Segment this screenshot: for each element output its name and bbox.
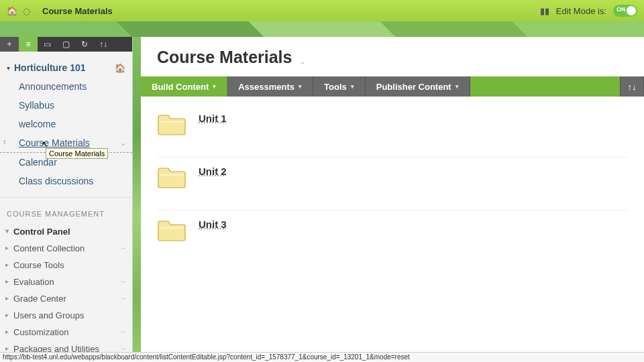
sidebar-item-welcome[interactable]: welcome bbox=[0, 115, 132, 133]
folder-icon bbox=[157, 113, 186, 135]
chevron-right-icon: ▸ bbox=[5, 244, 9, 251]
globe-icon[interactable]: ◌ bbox=[23, 6, 30, 16]
item-options-icon[interactable]: ⌄ bbox=[120, 138, 127, 147]
publisher-content-button[interactable]: Publisher Content ▾ bbox=[366, 76, 470, 97]
chevron-down-icon: ▾ bbox=[351, 83, 354, 90]
sidebar-item-label: Course Materials bbox=[19, 137, 90, 148]
mgmt-users-groups[interactable]: ▸ Users and Groups bbox=[0, 307, 132, 324]
edit-mode-toggle[interactable]: ON bbox=[613, 5, 637, 17]
chevron-right-icon: ▸ bbox=[5, 294, 9, 302]
sidebar-item-label: Announcements bbox=[19, 81, 87, 92]
button-label: Publisher Content bbox=[376, 82, 451, 92]
button-label: Build Content bbox=[152, 82, 209, 92]
content-item[interactable]: Unit 1 bbox=[157, 105, 628, 158]
chevron-down-icon: ▾ bbox=[455, 83, 459, 90]
sort-icon: ↑↓ bbox=[628, 82, 637, 92]
chevron-down-icon: ▾ bbox=[299, 83, 302, 90]
sort-button[interactable]: ↑↓ bbox=[620, 76, 644, 97]
actionbar: Build Content ▾ Assessments ▾ Tools ▾ Pu… bbox=[141, 76, 644, 97]
mgmt-control-panel[interactable]: ▾ Control Panel bbox=[0, 223, 132, 240]
folder-icon bbox=[157, 219, 186, 241]
sidebar-item-label: welcome bbox=[19, 119, 56, 129]
display-view-button[interactable]: ▢ bbox=[56, 37, 75, 52]
refresh-button[interactable]: ↻ bbox=[75, 37, 94, 52]
statusbar: https://bb-test4.unl.edu/webapps/blackbo… bbox=[0, 352, 644, 362]
tools-button[interactable]: Tools ▾ bbox=[313, 76, 366, 97]
sidebar-item-class-discussions[interactable]: Class discussions bbox=[0, 172, 132, 190]
mgmt-item-label: Evaluation bbox=[13, 277, 54, 287]
sidebar: + ≡ ▭ ▢ ↻ ↑↓ ▾ Horticulture 101 🏠 Announ… bbox=[0, 37, 133, 362]
breadcrumb[interactable]: Course Materials bbox=[42, 6, 113, 16]
content-item[interactable]: Unit 3 bbox=[157, 210, 628, 263]
actionbar-spacer bbox=[470, 76, 620, 97]
mgmt-item-label: Grade Center bbox=[13, 294, 66, 304]
sidebar-item-course-materials[interactable]: ↕ Course Materials ⌄ ↖ Course Materials bbox=[0, 133, 132, 153]
reorder-handle-icon[interactable]: ↕ bbox=[3, 137, 7, 145]
unit-title[interactable]: Unit 2 bbox=[199, 166, 227, 177]
chevron-down-icon: ▾ bbox=[5, 227, 9, 235]
page-options-icon[interactable]: ⌄ bbox=[299, 56, 307, 66]
collapse-menu-icon[interactable]: ▾ bbox=[7, 64, 10, 72]
mgmt-item-label: Users and Groups bbox=[13, 310, 85, 320]
chevron-right-icon: ▸ bbox=[5, 261, 9, 268]
mgmt-customization[interactable]: ▸ Customization → bbox=[0, 324, 132, 341]
sidebar-toolbar: + ≡ ▭ ▢ ↻ ↑↓ bbox=[0, 37, 132, 52]
tooltip: Course Materials bbox=[46, 148, 108, 159]
toggle-on-label: ON bbox=[616, 6, 626, 13]
main-content: Course Materials ⌄ Build Content ▾ Asses… bbox=[141, 37, 644, 362]
theme-banner bbox=[0, 21, 644, 37]
mgmt-item-label: Content Collection bbox=[13, 243, 85, 253]
folder-view-button[interactable]: ▭ bbox=[38, 37, 56, 52]
course-management-header: COURSE MANAGEMENT bbox=[0, 197, 132, 223]
mgmt-evaluation[interactable]: ▸ Evaluation → bbox=[0, 274, 132, 290]
go-arrow-icon[interactable]: → bbox=[119, 278, 127, 286]
content-item[interactable]: Unit 2 bbox=[157, 158, 628, 210]
course-home-icon[interactable]: 🏠 bbox=[115, 63, 125, 73]
sidebar-item-announcements[interactable]: Announcements bbox=[0, 77, 132, 96]
build-content-button[interactable]: Build Content ▾ bbox=[141, 76, 227, 97]
sidebar-item-label: Syllabus bbox=[19, 100, 54, 111]
page-title: Course Materials bbox=[157, 48, 292, 67]
go-arrow-icon[interactable]: → bbox=[119, 328, 127, 336]
course-menu: ▾ Horticulture 101 🏠 Announcements Sylla… bbox=[0, 52, 132, 362]
home-icon[interactable]: 🏠 bbox=[7, 6, 17, 16]
unit-title[interactable]: Unit 3 bbox=[199, 219, 227, 230]
toggle-knob-icon bbox=[627, 6, 636, 15]
topbar: 🏠 ◌ Course Materials ▮▮ Edit Mode is: ON bbox=[0, 0, 644, 21]
sidebar-item-label: Class discussions bbox=[19, 176, 93, 186]
unit-title[interactable]: Unit 1 bbox=[199, 113, 227, 124]
list-view-button[interactable]: ≡ bbox=[19, 37, 38, 52]
content-list: Unit 1 Unit 2 Unit 3 bbox=[141, 97, 644, 271]
chevron-right-icon: ▸ bbox=[5, 278, 9, 285]
add-item-button[interactable]: + bbox=[0, 37, 19, 52]
mgmt-course-tools[interactable]: ▸ Course Tools bbox=[0, 257, 132, 274]
mgmt-content-collection[interactable]: ▸ Content Collection → bbox=[0, 240, 132, 257]
button-label: Assessments bbox=[238, 82, 294, 92]
theme-side-strip bbox=[133, 37, 141, 362]
go-arrow-icon[interactable]: → bbox=[119, 244, 127, 252]
chevron-right-icon: ▸ bbox=[5, 311, 9, 318]
mgmt-item-label: Customization bbox=[13, 327, 68, 337]
folder-icon bbox=[157, 166, 186, 188]
chevron-right-icon: ▸ bbox=[5, 345, 9, 352]
sidebar-item-syllabus[interactable]: Syllabus bbox=[0, 96, 132, 115]
reorder-button[interactable]: ↑↓ bbox=[94, 37, 113, 52]
assessments-button[interactable]: Assessments ▾ bbox=[227, 76, 313, 97]
chart-icon[interactable]: ▮▮ bbox=[540, 6, 549, 16]
go-arrow-icon[interactable]: → bbox=[119, 294, 127, 302]
chevron-right-icon: ▸ bbox=[5, 328, 9, 335]
edit-mode-label: Edit Mode is: bbox=[556, 6, 606, 16]
status-url: https://bb-test4.unl.edu/webapps/blackbo… bbox=[3, 353, 410, 361]
button-label: Tools bbox=[324, 82, 347, 92]
mgmt-item-label: Control Panel bbox=[13, 227, 70, 237]
mgmt-grade-center[interactable]: ▸ Grade Center → bbox=[0, 290, 132, 307]
chevron-down-icon: ▾ bbox=[213, 83, 216, 90]
mgmt-item-label: Course Tools bbox=[13, 260, 64, 270]
course-title[interactable]: Horticulture 101 bbox=[14, 62, 115, 73]
